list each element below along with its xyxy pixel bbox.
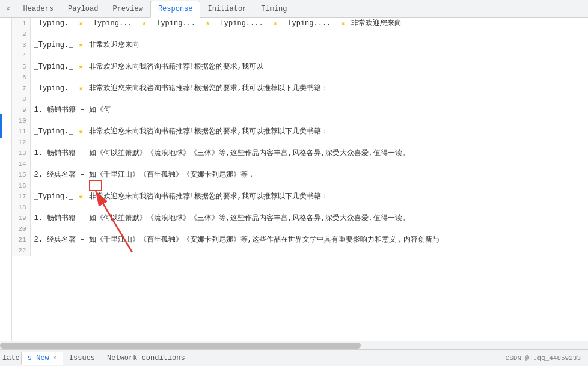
line-content [30,137,588,148]
line-content: 1. 畅销书籍 – 如《何 [30,105,588,115]
star-icon: ★ [79,192,84,201]
line-number: 7 [12,83,30,94]
tab-payload-label: Payload [68,5,98,13]
line-content: _Typing._ ★ _Typing..._ ★ _Typing..._ ★ … [30,18,588,29]
line-content [30,29,588,40]
line-content: _Typing._ ★ 非常欢迎您来向我咨询书籍推荐!根据您的要求,我可以 [30,61,588,72]
line-number: 15 [12,169,30,180]
line-content: _Typing._ ★ 非常欢迎您来向我咨询书籍推荐!根据您的要求,我可以推荐以… [30,83,588,94]
line-number: 17 [12,191,30,202]
bottom-tab-issues-label: Issues [69,354,95,362]
table-row: 8 [12,94,588,105]
table-row: 16 [12,180,588,191]
table-row: 22 [12,245,588,256]
tab-close-button[interactable]: × [2,4,14,14]
tab-initiator-label: Initiator [207,5,247,13]
table-row: 11_Typing._ ★ 非常欢迎您来向我咨询书籍推荐!根据您的要求,我可以推… [12,126,588,137]
table-row: 1_Typing._ ★ _Typing..._ ★ _Typing..._ ★… [12,18,588,29]
tab-preview[interactable]: Preview [105,0,150,17]
bottom-right-text: CSDN @T.qq_44859233 [506,355,586,362]
tab-payload[interactable]: Payload [61,0,105,17]
line-number: 20 [12,224,30,234]
line-number: 1 [12,18,30,29]
line-number: 3 [12,40,30,50]
line-content: _Typing._ ★ 非常欢迎您来向我咨询书籍推荐!根据您的要求,我可以推荐以… [30,191,588,202]
table-row: 7_Typing._ ★ 非常欢迎您来向我咨询书籍推荐!根据您的要求,我可以推荐… [12,83,588,94]
line-content: 1. 畅销书籍 – 如《何以笙箫默》《流浪地球》《三体》等,这些作品内容丰富,风… [30,213,588,224]
table-row: 12 [12,137,588,148]
line-content: 2. 经典名著 – 如《千里江山》《百年孤独》《安娜卡列尼娜》等， [30,169,588,180]
line-content: _Typing._ ★ 非常欢迎您来向 [30,40,588,50]
line-number: 11 [12,126,30,137]
tab-response-label: Response [158,5,193,13]
table-row: 18 [12,202,588,213]
table-row: 91. 畅销书籍 – 如《何 [12,105,588,115]
line-number: 21 [12,234,30,245]
tab-initiator[interactable]: Initiator [200,0,254,17]
star-icon: ★ [79,127,84,136]
line-number: 13 [12,148,30,159]
line-content: 2. 经典名著 – 如《千里江山》《百年孤独》《安娜卡列尼娜》等,这些作品在世界… [30,234,588,245]
table-row: 131. 畅销书籍 – 如《何以笙箫默》《流浪地球》《三体》等,这些作品内容丰富… [12,148,588,159]
star-icon: ★ [79,19,84,28]
line-number: 8 [12,94,30,105]
line-content [30,245,588,256]
table-row: 2 [12,29,588,40]
star-icon: ★ [79,84,84,93]
bottom-bar: late s New × Issues Network conditions C… [0,349,588,366]
line-content: 1. 畅销书籍 – 如《何以笙箫默》《流浪地球》《三体》等,这些作品内容丰富,风… [30,148,588,159]
bottom-tab-new-label: s New [28,354,49,362]
table-row: 191. 畅销书籍 – 如《何以笙箫默》《流浪地球》《三体》等,这些作品内容丰富… [12,213,588,224]
line-number: 10 [12,115,30,126]
bottom-tab-network[interactable]: Network conditions [101,352,191,364]
line-number: 14 [12,159,30,169]
bottom-tab-issues[interactable]: Issues [63,352,101,364]
table-row: 3_Typing._ ★ 非常欢迎您来向 [12,40,588,50]
star-icon: ★ [142,19,147,28]
table-row: 4 [12,50,588,61]
tab-response[interactable]: Response [150,1,201,18]
line-number: 19 [12,213,30,224]
table-row: 6 [12,72,588,83]
tab-headers-label: Headers [23,5,54,13]
line-content: _Typing._ ★ 非常欢迎您来向我咨询书籍推荐!根据您的要求,我可以推荐以… [30,126,588,137]
scroll-thumb[interactable] [0,343,361,349]
line-content [30,115,588,126]
table-row: 14 [12,159,588,169]
blue-indicator [0,114,2,138]
bottom-tab-new-close[interactable]: × [53,355,57,362]
star-icon: ★ [79,40,84,49]
left-sidebar [0,18,12,341]
table-row: 17_Typing._ ★ 非常欢迎您来向我咨询书籍推荐!根据您的要求,我可以推… [12,191,588,202]
bottom-tab-new[interactable]: s New × [21,352,63,365]
tab-preview-label: Preview [112,5,142,13]
tab-timing-label: Timing [261,5,287,13]
line-number: 9 [12,105,30,115]
star-icon: ★ [341,19,346,28]
line-content [30,224,588,234]
bottom-tab-network-label: Network conditions [107,354,185,362]
line-number: 2 [12,29,30,40]
star-icon: ★ [79,62,84,71]
star-icon: ★ [205,19,210,28]
line-content [30,94,588,105]
line-number: 6 [12,72,30,83]
line-number: 18 [12,202,30,213]
table-row: 5_Typing._ ★ 非常欢迎您来向我咨询书籍推荐!根据您的要求,我可以 [12,61,588,72]
table-row: 20 [12,224,588,234]
star-icon: ★ [273,19,278,28]
code-view[interactable]: 1_Typing._ ★ _Typing..._ ★ _Typing..._ ★… [12,18,588,341]
line-number: 4 [12,50,30,61]
scroll-track [0,341,588,349]
bottom-left-label: late [2,354,21,362]
table-row: 212. 经典名著 – 如《千里江山》《百年孤独》《安娜卡列尼娜》等,这些作品在… [12,234,588,245]
line-number: 16 [12,180,30,191]
line-content [30,159,588,169]
scroll-area[interactable] [0,341,588,349]
line-number: 22 [12,245,30,256]
line-content [30,202,588,213]
tab-timing[interactable]: Timing [254,0,294,17]
line-number: 5 [12,61,30,72]
line-content [30,50,588,61]
tab-headers[interactable]: Headers [16,0,61,17]
